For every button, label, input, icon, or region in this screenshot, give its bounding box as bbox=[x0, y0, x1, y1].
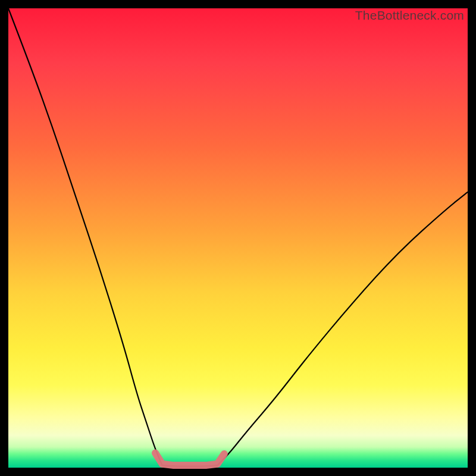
highlight-band bbox=[155, 453, 224, 465]
chart-frame: TheBottleneck.com bbox=[8, 8, 468, 468]
bottleneck-curve bbox=[8, 8, 468, 466]
chart-svg bbox=[8, 8, 468, 468]
